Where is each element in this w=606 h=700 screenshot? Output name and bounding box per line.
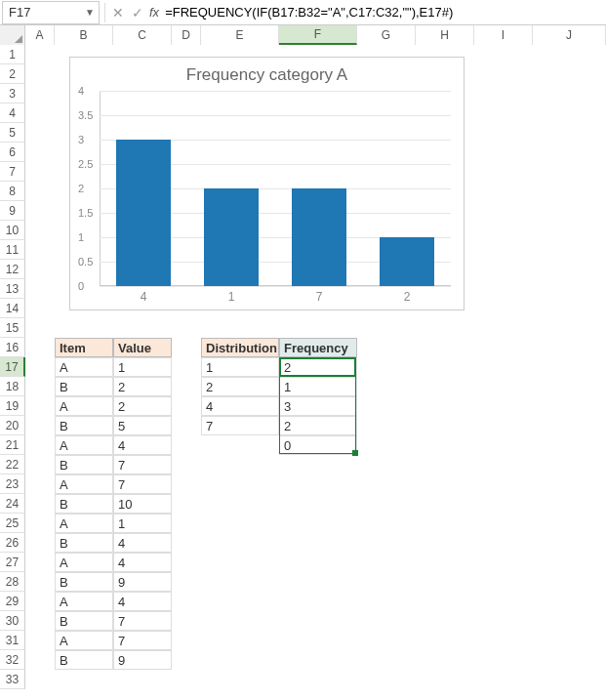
value-cell[interactable]: 2 [113,377,172,396]
value-cell[interactable]: 7 [113,631,172,650]
row-header-20[interactable]: 20 [0,416,25,435]
value-cell[interactable]: 9 [113,572,172,592]
item-cell[interactable]: B [55,416,113,435]
header-value[interactable]: Value [113,338,172,357]
row-header-14[interactable]: 14 [0,299,25,318]
frequency-cell[interactable]: 0 [279,435,357,455]
distribution-cell[interactable]: 2 [201,377,279,396]
item-cell[interactable]: B [55,572,113,592]
row-header-33[interactable]: 33 [0,670,25,689]
row-header-24[interactable]: 24 [0,494,25,514]
value-cell[interactable]: 7 [113,611,172,631]
row-header-25[interactable]: 25 [0,514,25,533]
bar-4[interactable] [116,140,171,286]
bar-2[interactable] [380,237,434,286]
col-header-I[interactable]: I [474,25,533,45]
value-cell[interactable]: 1 [113,357,172,377]
row-header-19[interactable]: 19 [0,396,25,416]
bar-7[interactable] [292,188,346,286]
row-header-6[interactable]: 6 [0,143,25,162]
select-all-corner[interactable] [0,25,25,45]
value-cell[interactable]: 10 [113,494,172,514]
row-header-2[interactable]: 2 [0,64,25,84]
value-cell[interactable]: 4 [113,533,172,553]
row-header-5[interactable]: 5 [0,123,25,143]
value-cell[interactable]: 7 [113,455,172,474]
row-header-7[interactable]: 7 [0,162,25,182]
col-header-D[interactable]: D [172,25,201,45]
embedded-chart[interactable]: Frequency category A 00.511.522.533.5441… [69,57,465,310]
value-cell[interactable]: 2 [113,396,172,416]
item-cell[interactable]: A [55,357,113,377]
accept-formula-icon[interactable]: ✓ [128,3,147,22]
frequency-cell[interactable]: 3 [279,396,357,416]
row-header-28[interactable]: 28 [0,572,25,592]
value-cell[interactable]: 5 [113,416,172,435]
col-header-E[interactable]: E [201,25,279,45]
value-cell[interactable]: 7 [113,474,172,494]
row-header-13[interactable]: 13 [0,279,25,299]
item-cell[interactable]: A [55,514,113,533]
item-cell[interactable]: B [55,455,113,474]
item-cell[interactable]: B [55,650,113,670]
item-cell[interactable]: B [55,377,113,396]
cancel-formula-icon[interactable]: ✕ [108,3,128,22]
header-frequency[interactable]: Frequency [279,338,357,357]
row-header-9[interactable]: 9 [0,201,25,221]
row-header-31[interactable]: 31 [0,631,25,650]
col-header-A[interactable]: A [25,25,55,45]
item-cell[interactable]: A [55,592,113,611]
frequency-cell[interactable]: 1 [279,377,357,396]
row-header-27[interactable]: 27 [0,553,25,572]
row-header-11[interactable]: 11 [0,240,25,260]
name-box[interactable]: F17 ▼ [2,1,100,24]
col-header-C[interactable]: C [113,25,172,45]
item-cell[interactable]: A [55,396,113,416]
item-cell[interactable]: A [55,435,113,455]
value-cell[interactable]: 9 [113,650,172,670]
item-cell[interactable]: A [55,553,113,572]
col-header-G[interactable]: G [357,25,416,45]
header-item[interactable]: Item [55,338,113,357]
row-header-26[interactable]: 26 [0,533,25,553]
row-header-15[interactable]: 15 [0,318,25,338]
col-header-F[interactable]: F [279,25,357,45]
fx-icon[interactable]: fx [149,5,159,20]
item-cell[interactable]: B [55,533,113,553]
row-header-12[interactable]: 12 [0,260,25,279]
bar-1[interactable] [204,188,259,286]
formula-input[interactable] [161,1,606,24]
distribution-cell[interactable]: 4 [201,396,279,416]
item-cell[interactable]: B [55,611,113,631]
chevron-down-icon[interactable]: ▼ [85,7,95,18]
header-distribution[interactable]: Distribution [201,338,279,357]
row-header-21[interactable]: 21 [0,435,25,455]
row-header-4[interactable]: 4 [0,103,25,123]
col-header-J[interactable]: J [533,25,606,45]
value-cell[interactable]: 4 [113,435,172,455]
row-header-17[interactable]: 17 [0,357,25,377]
cells-area[interactable]: Frequency category A 00.511.522.533.5441… [25,45,606,689]
row-header-22[interactable]: 22 [0,455,25,474]
item-cell[interactable]: A [55,474,113,494]
item-cell[interactable]: A [55,631,113,650]
distribution-cell[interactable]: 1 [201,357,279,377]
row-header-10[interactable]: 10 [0,221,25,240]
frequency-cell[interactable]: 2 [279,416,357,435]
row-header-1[interactable]: 1 [0,45,25,64]
row-header-8[interactable]: 8 [0,182,25,201]
row-header-30[interactable]: 30 [0,611,25,631]
value-cell[interactable]: 1 [113,514,172,533]
col-header-H[interactable]: H [416,25,474,45]
row-header-18[interactable]: 18 [0,377,25,396]
value-cell[interactable]: 4 [113,553,172,572]
row-header-16[interactable]: 16 [0,338,25,357]
distribution-cell[interactable]: 7 [201,416,279,435]
row-header-29[interactable]: 29 [0,592,25,611]
row-header-23[interactable]: 23 [0,474,25,494]
row-header-3[interactable]: 3 [0,84,25,103]
col-header-B[interactable]: B [55,25,113,45]
value-cell[interactable]: 4 [113,592,172,611]
item-cell[interactable]: B [55,494,113,514]
frequency-cell[interactable]: 2 [279,357,357,377]
